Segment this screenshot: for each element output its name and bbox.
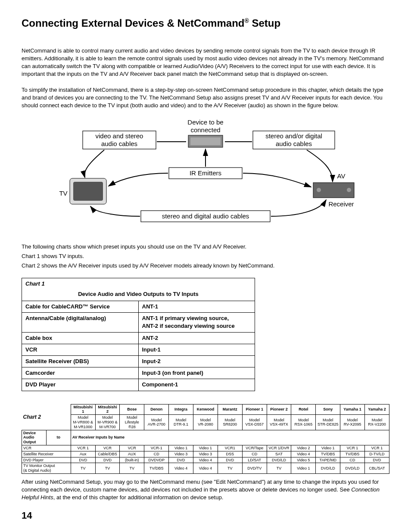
title-tail: Setup (249, 17, 280, 29)
chart2-cell: DVDVDP (144, 457, 169, 463)
diagram-tv-label: TV (59, 190, 67, 197)
chart2-cell: VCR (95, 445, 120, 451)
chart2-cell: Video 3 (169, 451, 193, 457)
chart2-brand-header: Pioneer 1 (242, 404, 267, 415)
chart2-cell: VCR/Tape (242, 445, 267, 451)
chart2-brand-header: Sony (316, 404, 340, 415)
title-main: Connecting External Devices & NetCommand (22, 17, 244, 29)
table-row: CamcorderInput-3 (on front panel) (22, 367, 255, 379)
chart2-model-header: Model STR-DE825 (316, 415, 340, 430)
chart2-row-label: TV Monitor Output (& Digital Audio) (22, 463, 71, 474)
chart2-model-header: Model M-VR800 & M-VR1000 (71, 415, 95, 430)
chart2-side-to: to (46, 430, 71, 445)
chart2-model-header: Model SR8200 (218, 415, 242, 430)
chart2-cell: (built-in) (120, 457, 144, 463)
chart2-model-header: Model VSX-D557 (242, 415, 267, 430)
chart2-cell: TV (120, 463, 144, 474)
diagram-right-cables-2: audio cables (276, 140, 312, 147)
charts-intro-2: Chart 1 shows TV inputs. (22, 252, 389, 260)
table-row: DVD PlayerDVDDVD(built-in)DVDVDPDVDVideo… (22, 457, 389, 463)
chart1-left-cell: Cable for CableCARD™ Service (22, 301, 138, 313)
chart2-row-label: DVD Player (22, 457, 71, 463)
table-row: DVD PlayerComponent-1 (22, 379, 255, 391)
chart2-cell: Video 4 (291, 451, 316, 457)
table-row: TV Monitor Output (& Digital Audio)TVTVT… (22, 463, 389, 474)
diagram-device-label2: connected (190, 126, 220, 134)
chart2-cell: Video 1 (316, 445, 340, 451)
svg-point-8 (317, 188, 321, 192)
chart2-cell: Video 1 (291, 463, 316, 474)
table-row: Satellite Receiver (DBS)Input-2 (22, 355, 255, 367)
closing-paragraph: After using NetCommand Setup, you may go… (22, 478, 389, 502)
chart2-cell: CD (242, 451, 267, 457)
svg-rect-6 (73, 182, 103, 201)
chart1-right-cell: Input-1 (138, 344, 255, 355)
chart2-cell: DSS (218, 451, 242, 457)
table-row: Antenna/Cable (digital/analog)ANT-1 if p… (22, 313, 255, 332)
table-row: Satellite ReceiverAuxCable/DBSAUXCDVideo… (22, 451, 389, 457)
chart2-cell: TV (267, 463, 291, 474)
chart1-table: Cable for CableCARD™ ServiceANT-1Antenna… (22, 301, 255, 391)
chart2-cell: DVD (71, 457, 95, 463)
chart1-right-cell: Input-2 (138, 355, 255, 367)
chart2-cell: VCR-1 (144, 445, 169, 451)
chart2-cell: TV/DBS (144, 463, 169, 474)
chart2-cell: LD/SAT (242, 457, 267, 463)
chart1-title: Device Audio and Video Outputs to TV Inp… (22, 289, 255, 301)
chart2-model-header: Model AVR-2700 (144, 415, 169, 430)
chart2-brand-header: Mitsubishi 2 (95, 404, 120, 415)
charts-intro-1: The following charts show which preset i… (22, 243, 389, 251)
chart2-cell: CD (144, 451, 169, 457)
chart1-right-cell: ANT-2 (138, 332, 255, 344)
charts-intro-3: Chart 2 shows the A/V Receiver inputs us… (22, 262, 389, 270)
connection-diagram: .box { fill:#fff; stroke:#000; stroke-wi… (40, 118, 371, 230)
page-title: Connecting External Devices & NetCommand… (22, 17, 389, 30)
chart2-cell: TV (71, 463, 95, 474)
chart2-cell: DVD (218, 457, 242, 463)
chart2-label: Chart 2 (22, 404, 71, 430)
chart2-cell: TV (218, 463, 242, 474)
chart1-left-cell: VCR (22, 344, 138, 355)
chart1-left-cell: DVD Player (22, 379, 138, 391)
table-row: Cable boxANT-2 (22, 332, 255, 344)
page-number: 14 (22, 509, 389, 523)
registered-mark: ® (244, 17, 249, 24)
chart1-label: Chart 1 (22, 278, 255, 289)
chart2-brand-header: Integra (169, 404, 193, 415)
chart1-left-cell: Cable box (22, 332, 138, 344)
chart2-cell: VCR 1 (365, 445, 389, 451)
diagram-av-label2: Receiver (328, 200, 354, 208)
diagram-left-cables-1: video and stereo (96, 132, 143, 140)
chart2-brand-header: Rotel (291, 404, 316, 415)
chart2-cell: Video 3 (193, 451, 218, 457)
chart2-row-label: VCR (22, 445, 71, 451)
chart2-row-label: Satellite Receiver (22, 451, 71, 457)
chart2-cell: DVD (365, 457, 389, 463)
intro-paragraph-1: NetCommand is able to control many curre… (22, 47, 389, 78)
chart2-brand-header: Bose (120, 404, 144, 415)
chart2-brand-header: Pioneer 2 (267, 404, 291, 415)
chart1-left-cell: Camcorder (22, 367, 138, 379)
diagram-device-label1: Device to be (187, 118, 223, 126)
chart2-cell: DVD (95, 457, 120, 463)
diagram-av-label1: AV (337, 172, 346, 180)
chart1-left-cell: Satellite Receiver (DBS) (22, 355, 138, 367)
chart2-cell: Video 4 (193, 463, 218, 474)
chart2-cell: VCR 1 (340, 445, 365, 451)
diagram-right-cables-1: stereo and/or digital (265, 132, 322, 140)
chart2-cell: CD (340, 457, 365, 463)
svg-rect-1 (190, 137, 221, 145)
chart1-left-cell: Antenna/Cable (digital/analog) (22, 313, 138, 332)
chart2-model-header: Model VR-2080 (193, 415, 218, 430)
chart2-model-header: Model VSX-49TX (267, 415, 291, 430)
chart2-brand-header: Mitsubishi 1 (71, 404, 95, 415)
chart2-model-header: Model RX-V2200 (365, 415, 389, 430)
chart2-side-header: Device Audio Output (22, 430, 47, 445)
chart2-table: Chart 2 Mitsubishi 1Mitsubishi 2BoseDeno… (22, 404, 389, 474)
chart-1: Chart 1 Device Audio and Video Outputs t… (22, 278, 255, 391)
chart2-brand-header: Yamaha 1 (340, 404, 365, 415)
chart2-cell: DVD/LD (316, 463, 340, 474)
chart2-cell: AUX (120, 451, 144, 457)
chart2-cell: Video 4 (193, 457, 218, 463)
diagram-ir-emitters: IR Emitters (190, 169, 221, 177)
